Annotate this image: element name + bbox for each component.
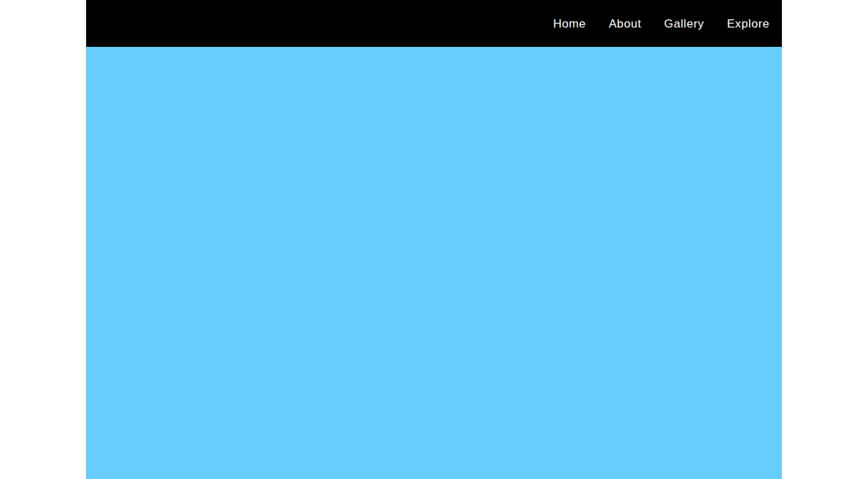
nav-item-home[interactable]: Home xyxy=(553,18,586,30)
page-container: Home About Gallery Explore xyxy=(86,0,782,479)
hero-section xyxy=(86,47,782,479)
nav-item-about[interactable]: About xyxy=(609,18,641,30)
nav-item-explore[interactable]: Explore xyxy=(727,18,769,30)
site-header: Home About Gallery Explore xyxy=(86,0,782,47)
nav-item-gallery[interactable]: Gallery xyxy=(664,18,704,30)
main-nav: Home About Gallery Explore xyxy=(553,18,769,30)
